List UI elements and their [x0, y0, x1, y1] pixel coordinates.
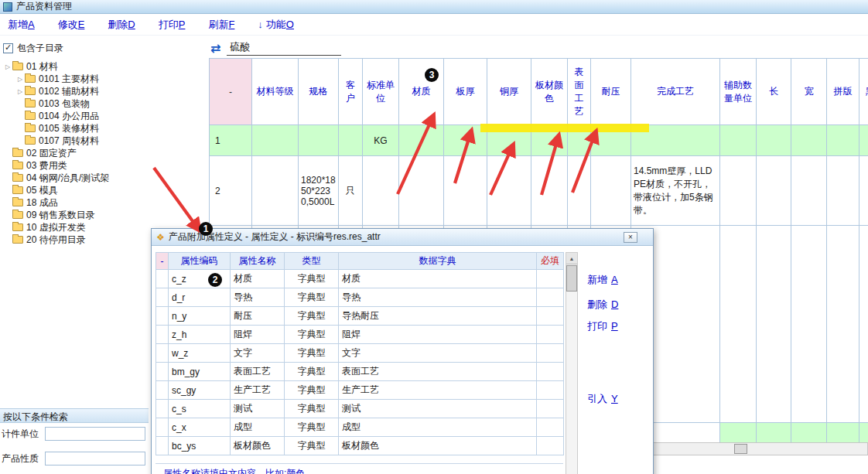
attr-dict-cell[interactable]: 导热 [339, 288, 537, 307]
attr-type-cell[interactable]: 字典型 [285, 307, 339, 326]
grid-cell[interactable] [757, 156, 791, 226]
toolbar-item-print[interactable]: 打印P [159, 18, 186, 32]
column-header[interactable]: 板材颜色 [531, 59, 568, 125]
attr-column-header[interactable]: 必填 [537, 253, 564, 270]
attr-code-cell[interactable]: d_r [169, 288, 231, 307]
tree-item[interactable]: 0104 办公用品 [0, 110, 178, 122]
column-header[interactable]: 表面工艺 [568, 59, 591, 125]
tree-item[interactable]: 0105 装修材料 [0, 122, 178, 135]
grid-cell[interactable] [859, 156, 868, 226]
attr-name-cell[interactable]: 材质 [231, 270, 285, 288]
column-header[interactable]: 材质 [399, 59, 444, 125]
dialog-button-add[interactable]: 新增A [587, 273, 618, 287]
column-header[interactable]: 客户 [339, 59, 363, 125]
row-number-cell[interactable]: 1 [210, 125, 252, 156]
grid-cell[interactable] [720, 156, 757, 226]
grid-cell[interactable] [720, 125, 757, 156]
swap-columns-icon[interactable]: ⇄ [210, 43, 220, 55]
attr-code-cell[interactable]: bc_ys [169, 437, 231, 455]
attr-name-cell[interactable]: 板材颜色 [231, 437, 285, 455]
attr-column-header[interactable]: - [156, 253, 169, 270]
attr-type-cell[interactable]: 字典型 [285, 381, 339, 400]
close-button[interactable]: × [624, 232, 637, 243]
include-subdir-option[interactable]: ✓ 包含子目录 [3, 42, 63, 55]
dialog-button-print[interactable]: 打印P [587, 319, 618, 333]
toolbar-item-modify[interactable]: 修改E [58, 18, 85, 32]
attr-required-cell[interactable] [537, 400, 564, 418]
row-number-cell[interactable]: 2 [210, 156, 252, 226]
piece-unit-input[interactable] [45, 427, 145, 441]
grid-cell[interactable] [791, 125, 827, 156]
attr-dict-cell[interactable]: 测试 [339, 400, 537, 418]
column-header[interactable]: 标准单位 [363, 59, 399, 125]
attr-name-cell[interactable]: 阻焊 [231, 326, 285, 344]
tree-item[interactable]: 02 固定资产 [0, 147, 178, 159]
grid-cell[interactable]: 1820*1850*2230,5000L [299, 156, 339, 226]
scroll-up-button[interactable]: ▲ [566, 253, 577, 264]
attr-dict-cell[interactable]: 材质 [339, 270, 537, 288]
grid-cell[interactable]: KG [363, 125, 399, 156]
attr-type-cell[interactable]: 字典型 [285, 270, 339, 288]
attr-required-cell[interactable] [537, 363, 564, 381]
attr-name-cell[interactable]: 文字 [231, 344, 285, 363]
attr-name-cell[interactable]: 测试 [231, 400, 285, 418]
attr-name-cell[interactable]: 导热 [231, 288, 285, 307]
tree-item[interactable]: 09 销售系数目录 [0, 209, 178, 221]
tree-item[interactable]: 04 钢网/治具/测试架 [0, 172, 178, 184]
tree-item[interactable]: ▷0102 辅助材料 [0, 85, 178, 97]
row-selector[interactable] [156, 326, 169, 344]
dialog-scrollbar[interactable]: ▲ [566, 252, 578, 474]
attr-type-cell[interactable]: 字典型 [285, 437, 339, 455]
grid-cell[interactable] [444, 125, 487, 156]
attr-dict-cell[interactable]: 文字 [339, 344, 537, 363]
scrollbar-thumb[interactable] [734, 444, 747, 454]
tree-item[interactable]: ▷0101 主要材料 [0, 73, 178, 85]
row-selector[interactable] [156, 437, 169, 455]
attr-required-cell[interactable] [537, 270, 564, 288]
tree-item[interactable]: ▷01 材料 [0, 60, 178, 73]
row-selector[interactable] [156, 363, 169, 381]
attr-code-cell[interactable]: c_s [169, 400, 231, 418]
search-filter-input[interactable]: 硫酸 [227, 40, 341, 56]
tree-item[interactable]: 03 费用类 [0, 159, 178, 172]
toolbar-item-refresh[interactable]: 刷新F [208, 18, 234, 32]
tree-item[interactable]: 0103 包装物 [0, 97, 178, 110]
column-header[interactable]: 规格 [299, 59, 339, 125]
row-selector[interactable] [156, 344, 169, 363]
attr-required-cell[interactable] [537, 326, 564, 344]
column-header[interactable]: 板厚 [444, 59, 487, 125]
attr-column-header[interactable]: 数据字典 [339, 253, 537, 270]
grid-cell[interactable] [531, 125, 568, 156]
grid-cell[interactable] [568, 125, 591, 156]
dialog-button-delete[interactable]: 删除D [587, 298, 618, 312]
grid-cell[interactable] [363, 156, 399, 226]
tree-item[interactable]: 18 成品 [0, 196, 178, 209]
scrollbar-thumb[interactable] [566, 265, 577, 292]
tree-item[interactable]: 05 模具 [0, 184, 178, 196]
row-selector[interactable] [156, 418, 169, 437]
row-selector[interactable] [156, 270, 169, 288]
row-selector[interactable] [156, 400, 169, 418]
attr-code-cell[interactable]: z_h [169, 326, 231, 344]
attr-dict-cell[interactable]: 成型 [339, 418, 537, 437]
attr-column-header[interactable]: 属性名称 [231, 253, 285, 270]
row-selector[interactable] [156, 307, 169, 326]
column-header[interactable]: - [210, 59, 252, 125]
column-header[interactable]: 材料等级 [252, 59, 299, 125]
grid-cell[interactable] [591, 156, 631, 226]
column-header[interactable]: 完成工艺 [631, 59, 720, 125]
attr-dict-cell[interactable]: 阻焊 [339, 326, 537, 344]
attr-column-header[interactable]: 类型 [285, 253, 339, 270]
attr-type-cell[interactable]: 字典型 [285, 288, 339, 307]
toolbar-item-functions[interactable]: ↓功能O [258, 18, 294, 32]
attr-code-cell[interactable]: sc_gy [169, 381, 231, 400]
grid-cell[interactable] [339, 125, 363, 156]
tree-expander-icon[interactable]: ▷ [15, 88, 25, 95]
attr-type-cell[interactable]: 字典型 [285, 344, 339, 363]
column-header[interactable]: 宽 [791, 59, 827, 125]
grid-cell[interactable] [399, 156, 444, 226]
row-selector[interactable] [156, 381, 169, 400]
attr-type-cell[interactable]: 字典型 [285, 363, 339, 381]
grid-cell[interactable] [444, 156, 487, 226]
grid-cell[interactable] [399, 125, 444, 156]
